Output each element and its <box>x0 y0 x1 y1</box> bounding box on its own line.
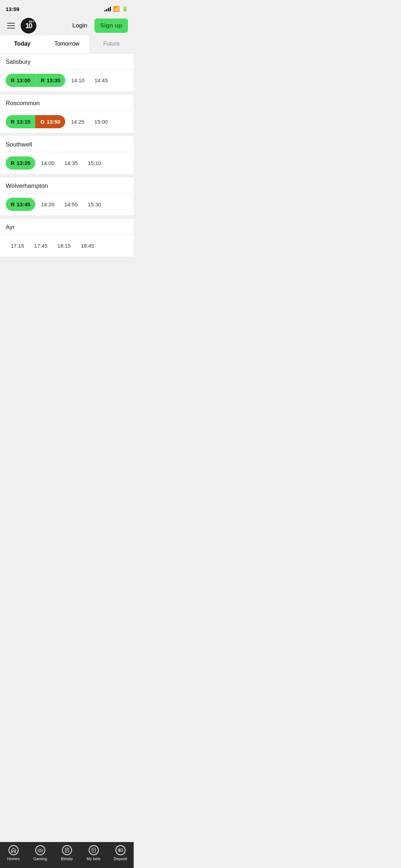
venue-salisbury: Salisbury R 13:00 R 13:35 14:10 14:45 <box>0 53 134 91</box>
status-icons: 📶 🔋 <box>104 6 128 12</box>
venue-header-wolverhampton: Wolverhampton <box>0 177 134 193</box>
race-time-ayr-4[interactable]: 18:45 <box>76 239 99 252</box>
venue-name-ayr: Ayr <box>6 224 15 231</box>
venue-name-roscommon: Roscommon <box>6 100 40 107</box>
wifi-icon: 📶 <box>113 6 120 12</box>
race-time-salisbury-3[interactable]: 14:10 <box>66 74 89 87</box>
race-time-wolverhampton-3[interactable]: 14:55 <box>60 198 83 211</box>
race-time-wolverhampton-2[interactable]: 14:20 <box>36 198 60 211</box>
venue-name-salisbury: Salisbury <box>6 58 31 65</box>
status-bar: 13:59 📶 🔋 <box>0 0 134 16</box>
race-time-ayr-2[interactable]: 17:45 <box>29 239 53 252</box>
race-time-salisbury-4[interactable]: 14:45 <box>89 74 113 87</box>
tabs-bar: Today Tomorrow Future <box>0 36 134 53</box>
race-time-roscommon-4[interactable]: 15:00 <box>89 115 113 128</box>
tab-tomorrow[interactable]: Tomorrow <box>45 36 89 53</box>
venue-header-southwell: Southwell <box>0 136 134 152</box>
battery-icon: 🔋 <box>122 6 128 12</box>
race-time-ayr-3[interactable]: 18:15 <box>52 239 76 252</box>
race-btn-southwell-1[interactable]: R 13:25 <box>6 156 35 170</box>
signup-button[interactable]: Sign up <box>94 19 128 33</box>
race-time-southwell-2[interactable]: 14:00 <box>36 156 60 170</box>
race-times-roscommon: R 13:15 O 13:50 14:25 15:00 <box>0 111 134 133</box>
race-btn-salisbury-2[interactable]: R 13:35 <box>36 74 65 87</box>
login-button[interactable]: Login <box>68 19 92 32</box>
venue-header-ayr: Ayr <box>0 219 134 235</box>
venue-ayr: Ayr 17:15 17:45 18:15 18:45 <box>0 219 134 257</box>
race-times-southwell: R 13:25 14:00 14:35 15:10 <box>0 152 134 174</box>
status-time: 13:59 <box>6 6 19 12</box>
race-time-wolverhampton-4[interactable]: 15:30 <box>83 198 106 211</box>
tab-future[interactable]: Future <box>89 36 134 53</box>
race-time-southwell-4[interactable]: 15:10 <box>83 156 106 170</box>
race-time-roscommon-3[interactable]: 14:25 <box>66 115 89 128</box>
race-time-ayr-1[interactable]: 17:15 <box>6 239 29 252</box>
race-btn-wolverhampton-1[interactable]: R 13:45 <box>6 198 35 211</box>
race-btn-roscommon-1[interactable]: R 13:15 <box>6 115 35 128</box>
race-btn-roscommon-2[interactable]: O 13:50 <box>35 115 65 128</box>
signal-icon <box>104 6 111 11</box>
venue-wolverhampton: Wolverhampton R 13:45 14:20 14:55 15:30 <box>0 177 134 215</box>
race-times-ayr: 17:15 17:45 18:15 18:45 <box>0 235 134 257</box>
race-time-southwell-3[interactable]: 14:35 <box>60 156 83 170</box>
race-times-salisbury: R 13:00 R 13:35 14:10 14:45 <box>0 69 134 91</box>
venue-header-salisbury: Salisbury <box>0 53 134 69</box>
main-content: Salisbury R 13:00 R 13:35 14:10 14:45 Ro… <box>0 53 134 289</box>
venue-name-wolverhampton: Wolverhampton <box>6 182 48 189</box>
header: 10 BET Login Sign up <box>0 16 134 36</box>
menu-button[interactable] <box>6 21 16 30</box>
venue-name-southwell: Southwell <box>6 141 32 148</box>
venue-header-roscommon: Roscommon <box>0 95 134 111</box>
tab-today[interactable]: Today <box>0 36 45 53</box>
venue-roscommon: Roscommon R 13:15 O 13:50 14:25 15:00 <box>0 95 134 133</box>
venue-southwell: Southwell R 13:25 14:00 14:35 15:10 <box>0 136 134 174</box>
race-btn-salisbury-1[interactable]: R 13:00 <box>6 74 35 87</box>
race-times-wolverhampton: R 13:45 14:20 14:55 15:30 <box>0 193 134 215</box>
logo[interactable]: 10 BET <box>21 18 36 33</box>
